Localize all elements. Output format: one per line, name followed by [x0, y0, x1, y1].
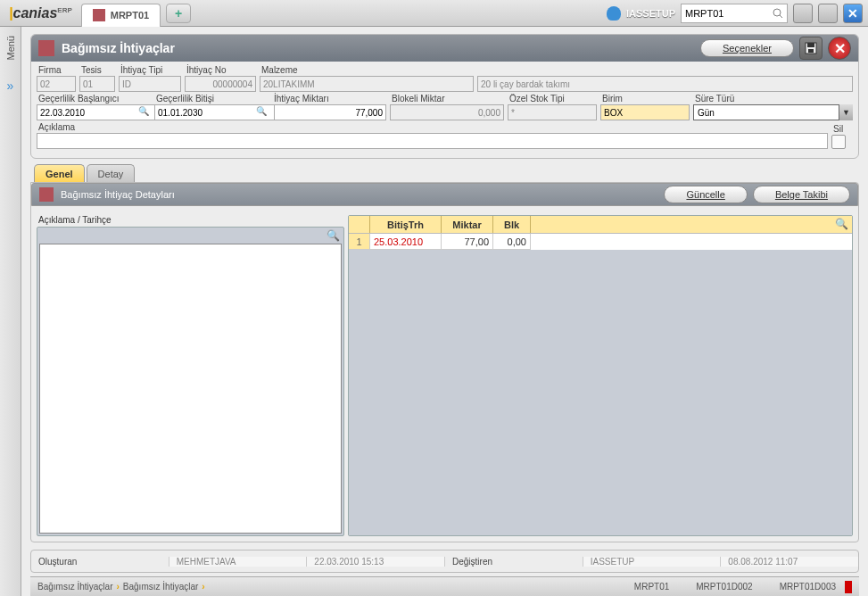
status-code-1: MRPT01	[634, 582, 669, 592]
chevron-down-icon: ▼	[839, 104, 853, 120]
guncelle-button[interactable]: Güncelle	[664, 186, 747, 203]
options-button[interactable]: Seçenekler	[700, 39, 794, 57]
firma-field	[37, 76, 76, 92]
grid-col-bitis[interactable]: BitişTrh	[370, 216, 442, 233]
iht-miktar-input[interactable]	[272, 104, 386, 120]
tesis-label: Tesis	[79, 65, 115, 75]
grid-row[interactable]: 1 25.03.2010 77,00 0,00	[349, 234, 852, 250]
blokeli-field	[390, 104, 504, 120]
tab-detay[interactable]: Detay	[87, 164, 136, 182]
side-menu-toggle[interactable]: Menü	[5, 36, 16, 61]
ihtiyac-tipi-field	[119, 76, 181, 92]
close-button[interactable]: ✕	[828, 37, 851, 60]
app-close-button[interactable]: ✕	[843, 4, 863, 23]
left-pane-expand-icon[interactable]: 🔍	[327, 229, 340, 242]
global-search-input[interactable]	[681, 4, 788, 23]
user-icon	[607, 6, 621, 21]
form-section: Firma Tesis İhtiyaç Tipi İhtiyaç No Malz…	[31, 62, 858, 158]
ihtiyac-tipi-label: İhtiyaç Tipi	[119, 65, 181, 75]
logo-text: canias	[12, 5, 57, 21]
save-button[interactable]	[799, 37, 823, 60]
birim-label: Birim	[600, 94, 690, 103]
firma-label: Firma	[37, 65, 76, 75]
degistiren-label: Değiştiren	[445, 557, 583, 567]
grid-cell-miktar[interactable]: 77,00	[442, 234, 493, 250]
ozel-stok-field	[508, 104, 597, 120]
aciklama-input[interactable]	[37, 133, 828, 149]
status-bar: Bağımsız İhtiyaçlar › Bağımsız İhtiyaçla…	[30, 576, 859, 596]
grid-col-blk[interactable]: Blk	[493, 216, 531, 233]
sure-label: Süre Türü	[693, 94, 853, 103]
grid-header: BitişTrh Miktar Blk	[349, 216, 852, 234]
iht-miktar-label: İhtiyaç Miktarı	[272, 94, 386, 103]
breadcrumb-sep: ›	[116, 582, 119, 592]
gec-bas-lookup-icon[interactable]: 🔍	[138, 106, 149, 116]
malzeme-field	[260, 76, 474, 92]
grid-rownum: 1	[349, 234, 370, 250]
grid-cell-bitis[interactable]: 25.03.2010	[370, 234, 442, 250]
tesis-field	[79, 76, 115, 92]
breadcrumb-1[interactable]: Bağımsız İhtiyaçlar	[37, 582, 112, 592]
tab-genel[interactable]: Genel	[34, 164, 85, 182]
ihtiyac-no-field	[185, 76, 256, 92]
tool-button-2[interactable]	[818, 4, 838, 23]
tab-mrpt01[interactable]: MRPT01	[81, 4, 161, 27]
olusturan-date: 22.03.2010 15:13	[307, 557, 445, 567]
status-code-3: MRPT01D003	[780, 582, 836, 592]
birim-field	[600, 104, 690, 120]
gec-bas-label: Geçerlilik Başlangıcı	[37, 94, 151, 103]
ihtiyac-no-label: İhtiyaç No	[185, 65, 256, 75]
malzeme-desc-field	[477, 76, 853, 92]
left-pane-label: Açıklama / Tarihçe	[37, 215, 344, 227]
svg-rect-1	[807, 43, 814, 47]
aciklama-label: Açıklama	[37, 122, 828, 132]
breadcrumb: Bağımsız İhtiyaçlar › Bağımsız İhtiyaçla…	[37, 582, 205, 592]
sub-icon	[39, 187, 54, 202]
page-icon	[38, 40, 54, 56]
sil-checkbox[interactable]	[831, 135, 846, 149]
grid-rownum-header	[349, 216, 370, 233]
sub-title: Bağımsız İhtiyaç Detayları	[61, 189, 175, 200]
top-bar: |caniasERP MRPT01 + IASSETUP ✕	[0, 0, 868, 27]
status-code-2: MRPT01D002	[696, 582, 752, 592]
degistiren-value: IASSETUP	[583, 557, 722, 567]
olusturan-value: MEHMETJAVA	[169, 557, 308, 567]
sure-select[interactable]: Gün ▼	[693, 104, 853, 120]
close-icon: ✕	[834, 40, 846, 57]
sure-select-value[interactable]: Gün	[693, 104, 853, 120]
grid-col-miktar[interactable]: Miktar	[442, 216, 493, 233]
page-header: Bağımsız İhtiyaçlar Seçenekler ✕	[31, 35, 858, 62]
new-tab-button[interactable]: +	[166, 4, 191, 23]
tabs: Genel Detay	[30, 164, 859, 182]
breadcrumb-2[interactable]: Bağımsız İhtiyaçlar	[123, 582, 198, 592]
gec-bit-lookup-icon[interactable]: 🔍	[256, 106, 267, 116]
gec-bit-label: Geçerlilik Bitişi	[154, 94, 269, 103]
sub-header: Bağımsız İhtiyaç Detayları Güncelle Belg…	[31, 183, 858, 206]
belge-takibi-button[interactable]: Belge Takibi	[753, 186, 850, 203]
sil-label: Sil	[831, 124, 853, 134]
tab-label: MRPT01	[111, 10, 149, 21]
module-icon	[93, 9, 105, 21]
grid-body: 1 25.03.2010 77,00 0,00	[349, 234, 852, 535]
footer-info: Oluşturan MEHMETJAVA 22.03.2010 15:13 De…	[30, 550, 859, 573]
user-label: IASSETUP	[626, 8, 675, 19]
breadcrumb-sep: ›	[202, 582, 204, 592]
malzeme-label: Malzeme	[260, 65, 474, 75]
svg-rect-2	[808, 49, 814, 53]
tool-button-1[interactable]	[793, 4, 813, 23]
side-menu: Menü »	[0, 27, 21, 596]
right-pane-expand-icon[interactable]: 🔍	[835, 218, 848, 230]
side-expand-icon[interactable]: »	[7, 79, 14, 93]
page-title: Bağımsız İhtiyaçlar	[62, 41, 175, 55]
grid-cell-blk[interactable]: 0,00	[493, 234, 531, 250]
ozel-stok-label: Özel Stok Tipi	[508, 94, 597, 103]
olusturan-label: Oluşturan	[31, 557, 169, 567]
aciklama-tarihce-textarea[interactable]	[39, 244, 342, 534]
status-indicator-icon	[845, 581, 852, 593]
logo-sup: ERP	[57, 5, 71, 13]
blokeli-label: Blokeli Miktar	[390, 94, 504, 103]
app-logo: |caniasERP	[0, 5, 81, 21]
degistiren-date: 08.08.2012 11:07	[721, 557, 858, 567]
